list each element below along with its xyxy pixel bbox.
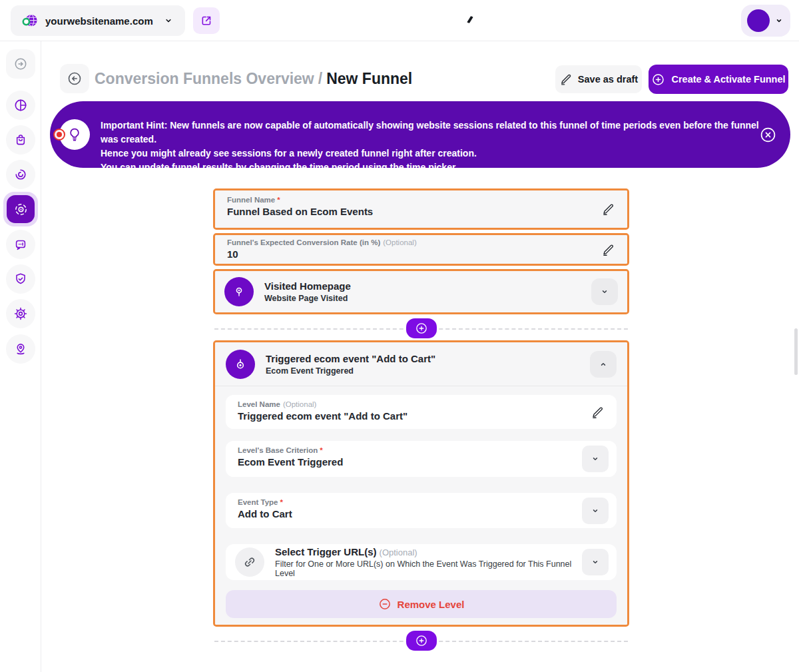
create-activate-funnel-label: Create & Activate Funnel: [671, 74, 785, 85]
chevron-up-icon: [598, 359, 609, 370]
chevron-down-icon: [590, 454, 601, 464]
breadcrumb-parent[interactable]: Conversion Funnels Overview: [95, 70, 314, 87]
breadcrumb: Conversion Funnels Overview/New Funnel: [95, 64, 412, 93]
ecom-event-icon: [232, 356, 248, 372]
chevron-down-icon: [774, 15, 784, 26]
edit-icon[interactable]: [601, 202, 615, 216]
edit-icon[interactable]: [601, 242, 615, 256]
link-icon-badge: [235, 547, 264, 577]
breadcrumb-separator: /: [314, 70, 326, 87]
level-1-title: Visited Homepage: [264, 280, 591, 292]
gear-icon: [13, 306, 28, 321]
globe-icon: [21, 12, 39, 29]
hint-banner: Important Hint: New funnels are now capa…: [50, 101, 790, 168]
highlight-level-2: Triggered ecom event "Add to Cart" Ecom …: [213, 340, 629, 627]
chevron-down-icon: [590, 557, 601, 567]
avatar: [747, 9, 770, 32]
sidebar-item-analytics[interactable]: [6, 91, 35, 120]
funnel-name-value: Funnel Based on Ecom Events: [227, 206, 587, 217]
chat-bubble-icon: [13, 237, 28, 252]
text-cursor-artifact: [467, 16, 473, 23]
create-activate-funnel-button[interactable]: Create & Activate Funnel: [649, 65, 788, 94]
event-type-select[interactable]: Event Type* Add to Cart: [226, 493, 617, 528]
base-criterion-value: Ecom Event Triggered: [238, 456, 577, 468]
trigger-urls-description: Filter for One or More URL(s) on Which t…: [275, 559, 577, 578]
event-type-label: Event Type: [238, 498, 278, 506]
base-criterion-select[interactable]: Level's Base Criterion* Ecom Event Trigg…: [226, 441, 617, 477]
breadcrumb-current: New Funnel: [326, 70, 412, 87]
event-type-label-row: Event Type*: [238, 498, 577, 506]
shield-check-icon: [13, 272, 28, 286]
level-name-label-row: Level Name(Optional): [238, 400, 577, 408]
pencil-icon: [559, 73, 573, 86]
collapse-sidebar-icon: [13, 57, 28, 71]
funnel-name-label-row: Funnel Name*: [227, 196, 587, 204]
save-as-draft-button[interactable]: Save as draft: [555, 65, 642, 93]
conversion-rate-label: Funnel's Expected Conversion Rate (in %): [227, 238, 380, 246]
hint-line-2: Hence you might already see sessions for…: [101, 147, 760, 161]
level-2-collapse-button[interactable]: [590, 351, 617, 378]
remove-level-button[interactable]: Remove Level: [226, 590, 617, 618]
hint-line-3: You can update funnel results by changin…: [101, 161, 760, 174]
level-name-field[interactable]: Level Name(Optional) Triggered ecom even…: [226, 395, 617, 429]
spiral-icon: [13, 167, 28, 182]
back-arrow-icon: [67, 71, 83, 87]
level-2-card: Triggered ecom event "Add to Cart" Ecom …: [215, 342, 627, 625]
sidebar-item-attribution[interactable]: [6, 160, 35, 189]
highlight-level-1: Visited Homepage Website Page Visited: [213, 269, 629, 314]
level-name-label: Level Name: [238, 400, 280, 408]
scrollbar-thumb[interactable]: [794, 328, 798, 375]
edit-icon[interactable]: [591, 405, 605, 419]
required-asterisk: *: [320, 446, 322, 454]
sidebar-item-tracking[interactable]: [6, 334, 35, 364]
conversion-rate-value: 10: [227, 248, 587, 260]
sidebar-nav: [0, 41, 41, 672]
sidebar-item-verification[interactable]: [6, 264, 35, 294]
remove-level-label: Remove Level: [398, 599, 465, 610]
required-asterisk: *: [277, 196, 280, 204]
close-icon: [759, 126, 777, 144]
open-website-button[interactable]: [193, 7, 220, 34]
trigger-urls-dropdown-button[interactable]: [582, 549, 609, 575]
level-1-icon-badge: [224, 277, 254, 306]
level-1-expand-button[interactable]: [591, 278, 618, 305]
user-menu[interactable]: [741, 5, 790, 37]
add-level-divider: [213, 318, 629, 338]
add-level-divider: [213, 631, 629, 651]
trigger-urls-label: Select Trigger URL(s): [275, 546, 377, 557]
page-pin-icon: [231, 284, 247, 300]
plus-circle-icon: [415, 322, 428, 335]
funnel-name-label: Funnel Name: [227, 196, 275, 204]
level-name-value: Triggered ecom event "Add to Cart": [238, 410, 577, 422]
funnel-name-field[interactable]: Funnel Name* Funnel Based on Ecom Events: [215, 190, 627, 228]
base-criterion-dropdown-button[interactable]: [582, 446, 609, 472]
trigger-urls-select[interactable]: Select Trigger URL(s)(Optional) Filter f…: [226, 544, 617, 580]
level-2-title: Triggered ecom event "Add to Cart": [266, 353, 590, 364]
conversion-rate-field[interactable]: Funnel's Expected Conversion Rate (in %)…: [215, 235, 627, 264]
sidebar-item-ecommerce[interactable]: [6, 125, 35, 155]
level-2-header[interactable]: Triggered ecom event "Add to Cart" Ecom …: [215, 342, 627, 386]
dismiss-hint-button[interactable]: [759, 126, 777, 144]
funnel-target-icon: [13, 202, 29, 217]
level-name-inner: Level Name(Optional) Triggered ecom even…: [226, 395, 617, 429]
main-content: Conversion Funnels Overview/New Funnel S…: [41, 41, 799, 672]
sidebar-item-settings[interactable]: [6, 299, 35, 328]
sidebar-item-feedback[interactable]: [6, 230, 35, 259]
sidebar-item-funnels[interactable]: [3, 192, 38, 226]
base-criterion-inner: Level's Base Criterion* Ecom Event Trigg…: [226, 441, 617, 477]
level-2-subtitle: Ecom Event Triggered: [266, 366, 590, 376]
level-2-icon-badge: [226, 350, 255, 379]
add-level-button[interactable]: [406, 318, 437, 338]
back-button[interactable]: [60, 64, 89, 93]
trigger-urls-inner: Select Trigger URL(s)(Optional) Filter f…: [226, 544, 617, 580]
level-1-card[interactable]: Visited Homepage Website Page Visited: [215, 271, 627, 312]
add-level-button[interactable]: [406, 631, 437, 651]
pie-chart-icon: [13, 98, 28, 113]
hint-text: Important Hint: New funnels are now capa…: [101, 119, 760, 174]
site-selector[interactable]: yourwebsitename.com: [11, 5, 185, 36]
base-criterion-label: Level's Base Criterion: [238, 446, 318, 454]
external-link-icon: [200, 14, 213, 27]
sidebar-item-collapse[interactable]: [6, 49, 35, 79]
chevron-down-icon: [599, 286, 610, 297]
event-type-dropdown-button[interactable]: [582, 498, 609, 524]
